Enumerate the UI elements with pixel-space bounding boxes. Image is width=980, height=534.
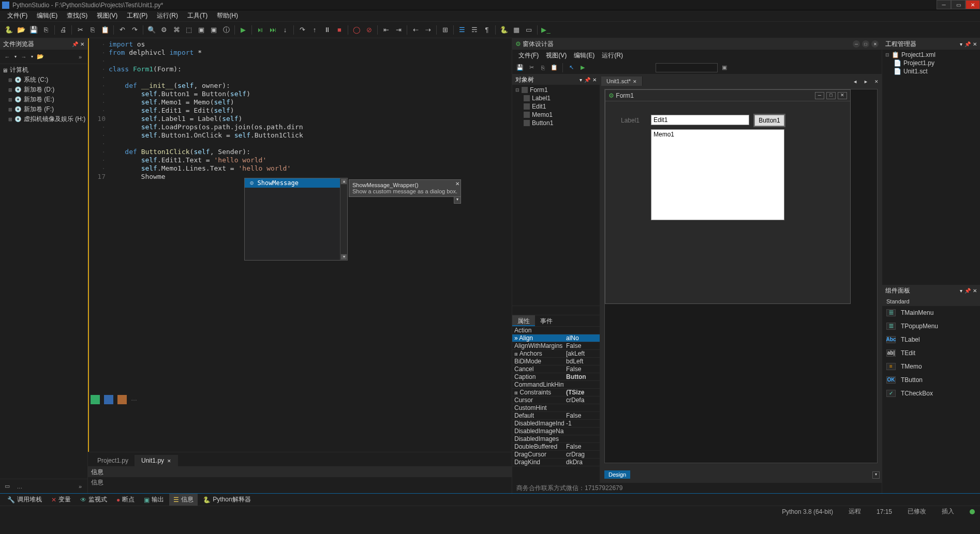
dtb-run-icon[interactable]: ▶ (578, 63, 587, 72)
menu-item[interactable]: 文件(F) (3, 10, 32, 21)
prop-row[interactable]: Action (512, 327, 600, 334)
object-tree[interactable]: ⊟ Form1Label1Edit1Memo1Button1 (512, 85, 600, 128)
project-tree-item[interactable]: 📄Project1.py (883, 59, 979, 67)
prop-row[interactable]: DoubleBufferedFalse (512, 443, 600, 451)
palette-item[interactable]: AbcTLabel (882, 333, 980, 346)
designer-menu-item[interactable]: 视图(V) (543, 50, 570, 61)
drive-tree[interactable]: 🖥计算机⊞ 💿系统 (C:)⊞ 💿新加卷 (D:)⊞ 💿新加卷 (E:)⊞ 💿新… (0, 64, 87, 272)
mock-close-icon[interactable]: ✕ (838, 92, 847, 99)
props-grid[interactable]: Action» AlignalNoAlignWithMarginsFalse⊞ … (512, 327, 600, 483)
obj-tree-item[interactable]: Button1 (513, 119, 599, 127)
form-canvas[interactable]: ⚙ Form1 ─□✕ Label1 Edit1 Button1 Memo1 (604, 89, 878, 463)
mock-button[interactable]: Button1 (754, 115, 784, 126)
tab-close-icon[interactable]: ✕ (871, 78, 882, 86)
autocomplete-popup[interactable]: ⊙ ShowMessage ▴▾ (244, 178, 348, 261)
editor-tab[interactable]: Unit1.py✕ (135, 455, 178, 466)
breakpoint-icon[interactable]: ◯ (351, 24, 362, 36)
autocomplete-item[interactable]: ⊙ ShowMessage (245, 178, 347, 188)
prop-row[interactable]: CustomHint (512, 404, 600, 412)
designer-menu-item[interactable]: 运行(R) (599, 50, 626, 61)
terminal-icon[interactable]: ▶_ (540, 24, 552, 36)
indent-icon[interactable]: ⇢ (422, 24, 434, 36)
more-filter-icon[interactable]: … (14, 481, 25, 492)
dtb-cut-icon[interactable]: ✂ (527, 63, 536, 72)
sb2-icon[interactable] (104, 395, 113, 404)
copy-icon[interactable]: ⎘ (87, 24, 98, 36)
step-into-icon[interactable]: ↓ (279, 24, 291, 36)
prop-row[interactable]: DisabledImageName (512, 428, 600, 435)
designer-min-icon[interactable]: ─ (853, 40, 860, 48)
autocomplete-scrollbar[interactable]: ▴▾ (340, 178, 347, 260)
nav-up-icon[interactable]: 📂 (35, 52, 46, 62)
tree-item[interactable]: ⊞ 💿新加卷 (E:) (2, 95, 85, 104)
prop-row[interactable]: DisabledImages (512, 435, 600, 443)
panel-icon[interactable]: ▭ (523, 24, 534, 36)
sb1-icon[interactable] (91, 395, 100, 404)
window-icon[interactable]: ▦ (511, 24, 522, 36)
debug-icon[interactable]: ⏯ (255, 24, 266, 36)
mock-edit[interactable]: Edit1 (651, 115, 749, 125)
bottom-tab[interactable]: 🐍Python解释器 (199, 494, 255, 506)
palette-item[interactable]: ab|TEdit (882, 346, 980, 360)
mock-min-icon[interactable]: ─ (815, 92, 824, 99)
obj-tree-item[interactable]: ⊟ Form1 (513, 86, 599, 94)
python-icon[interactable]: 🐍 (3, 24, 14, 36)
menu-item[interactable]: 帮助(H) (213, 10, 242, 21)
palette-item[interactable]: OKTButton (882, 373, 980, 387)
step-icon[interactable]: ⏭ (267, 24, 278, 36)
palette-tab[interactable]: Standard (882, 297, 980, 306)
props-tab[interactable]: 属性 (512, 315, 535, 326)
nav-back-icon[interactable]: ← (2, 52, 12, 62)
menu-item[interactable]: 编辑(E) (33, 10, 62, 21)
mock-memo[interactable]: Memo1 (651, 129, 784, 220)
outdent-icon[interactable]: ⇠ (410, 24, 421, 36)
run-icon[interactable]: ▶ (237, 24, 249, 36)
step-out-icon[interactable]: ↑ (309, 24, 320, 36)
designer-close-icon[interactable]: ✕ (871, 40, 879, 48)
tree-item[interactable]: ⊞ 💿新加卷 (F:) (2, 104, 85, 114)
tool4-icon[interactable]: ▣ (208, 24, 219, 36)
dtb-tool-icon[interactable]: ▣ (720, 63, 729, 72)
bottom-tab[interactable]: 👁监视式 (76, 494, 111, 506)
info-icon[interactable]: ⓘ (220, 24, 232, 36)
save-icon[interactable]: 💾 (28, 24, 39, 36)
tool-icon[interactable]: ⌘ (171, 24, 182, 36)
mock-max-icon[interactable]: □ (826, 92, 836, 99)
project-tree[interactable]: ⊟ 📋Project1.xml📄Project1.py📄Unit1.sct (882, 50, 980, 77)
grid-icon[interactable]: ⊞ (439, 24, 451, 36)
minimize-button[interactable]: ─ (937, 0, 951, 9)
obj-tree-item[interactable]: Edit1 (513, 102, 599, 111)
menu-item[interactable]: 工具(T) (183, 10, 212, 21)
tree-item[interactable]: ⊞ 💿系统 (C:) (2, 75, 85, 85)
pin-icon[interactable]: 📌 (72, 41, 78, 47)
dtb-copy-icon[interactable]: ⎘ (538, 63, 547, 72)
prop-selector[interactable] (512, 306, 600, 315)
designer-menu-item[interactable]: 编辑(E) (571, 50, 598, 61)
breakpoint2-icon[interactable]: ⊘ (363, 24, 375, 36)
step-over-icon[interactable]: ↷ (296, 24, 308, 36)
tree-item[interactable]: 🖥计算机 (2, 65, 85, 75)
undo-icon[interactable]: ↶ (116, 24, 128, 36)
tool2-icon[interactable]: ⬚ (183, 24, 195, 36)
prop-row[interactable]: CaptionButton (512, 373, 600, 381)
mock-label[interactable]: Label1 (621, 117, 640, 124)
tooltip-close-icon[interactable]: ✕ (455, 181, 459, 187)
redo-icon[interactable]: ↷ (129, 24, 140, 36)
mock-form[interactable]: ⚙ Form1 ─□✕ Label1 Edit1 Button1 Memo1 (605, 89, 851, 304)
prop-row[interactable]: DisabledImageIndex-1 (512, 420, 600, 428)
dtb-cursor-icon[interactable]: ↖ (567, 63, 576, 72)
form-tab[interactable]: Unit1.sct*✕ (601, 77, 643, 86)
prop-row[interactable]: DragCursorcrDrag (512, 451, 600, 459)
tab-nav-left-icon[interactable]: ◄ (850, 78, 860, 86)
indent-left-icon[interactable]: ⇤ (380, 24, 392, 36)
stop-icon[interactable]: ■ (334, 24, 345, 36)
designer-menu-item[interactable]: 文件(F) (515, 50, 542, 61)
cut-icon[interactable]: ✂ (75, 24, 86, 36)
prop-row[interactable]: CancelFalse (512, 365, 600, 373)
code-editor[interactable]: ·········10······17 import os from delph… (88, 38, 512, 452)
nav-more-icon[interactable]: » (75, 52, 85, 62)
project-tree-item[interactable]: 📄Unit1.sct (883, 67, 979, 75)
designer-max-icon[interactable]: □ (862, 40, 869, 48)
project-tree-item[interactable]: ⊟ 📋Project1.xml (883, 51, 979, 59)
prop-row[interactable]: ⊞ Constraints(TSize (512, 389, 600, 396)
